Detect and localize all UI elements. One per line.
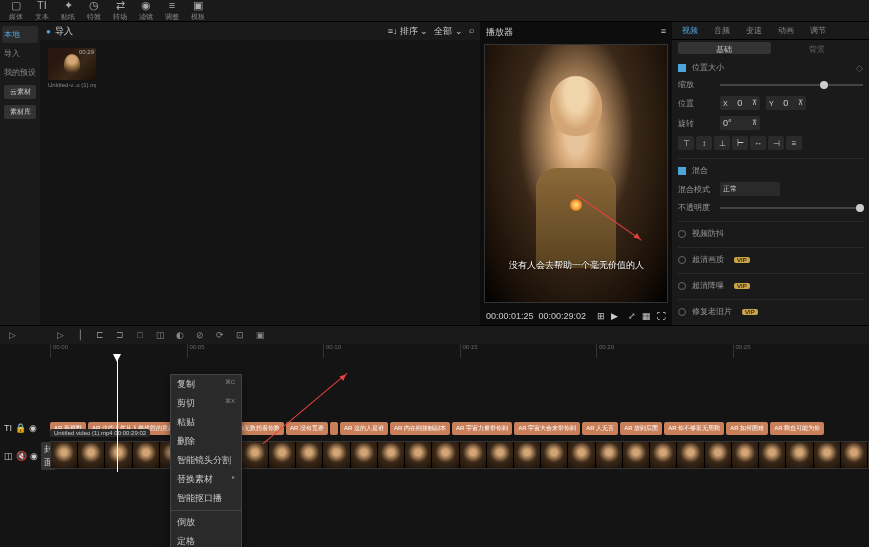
subtitle-clip[interactable] — [330, 422, 338, 435]
sidebar-item-1[interactable]: 导入 — [2, 45, 38, 62]
filter-control[interactable]: 全部 ⌄ — [434, 25, 463, 38]
eye-icon[interactable]: ◉ — [30, 451, 38, 461]
ctx-替换素材[interactable]: 替换素材▸ — [171, 470, 241, 489]
reset-icon[interactable]: ◇ — [856, 63, 863, 73]
subtab-basic[interactable]: 基础 — [678, 42, 771, 54]
subtitle-clip[interactable]: AR 放到后面 — [620, 422, 662, 435]
playhead[interactable] — [117, 358, 118, 472]
ruler-mark: 00:25 — [733, 344, 870, 358]
tl-tool[interactable]: □ — [134, 329, 146, 341]
sidebar-item-3[interactable]: 云素材 — [4, 85, 36, 99]
video-frame — [514, 442, 541, 468]
sidebar-item-0[interactable]: 本地 — [2, 26, 38, 43]
section-toggle[interactable] — [678, 282, 686, 290]
tl-tool[interactable]: ⊏ — [94, 329, 106, 341]
subtitle-clip[interactable]: AR 如何困难 — [726, 422, 768, 435]
opacity-slider[interactable] — [720, 207, 863, 209]
tl-tool[interactable]: ◫ — [154, 329, 166, 341]
video-frame — [814, 442, 841, 468]
tool-调整[interactable]: ≡调整 — [160, 0, 184, 23]
ctx-复制[interactable]: 复制⌘C — [171, 375, 241, 394]
align-btn[interactable]: ⊥ — [714, 136, 730, 150]
tool-特效[interactable]: ◷特效 — [82, 0, 106, 23]
tl-tool[interactable]: ⊘ — [194, 329, 206, 341]
subtitle-clip[interactable]: AR 人无言 — [582, 422, 618, 435]
rotate-input[interactable]: 0° ⊼ — [720, 116, 760, 130]
pos-x-input[interactable]: X 0 ⊼ — [720, 96, 760, 110]
ctx-剪切[interactable]: 剪切⌘X — [171, 394, 241, 413]
eye-icon[interactable]: ◉ — [29, 423, 37, 433]
tool-贴纸[interactable]: ✦贴纸 — [56, 0, 80, 23]
align-btn[interactable]: ↔ — [750, 136, 766, 150]
align-btn[interactable]: ⊣ — [768, 136, 784, 150]
ctx-粘贴[interactable]: 粘贴 — [171, 413, 241, 432]
compare-icon[interactable]: ⤢ — [628, 311, 636, 321]
ctx-倒放: 倒放 — [171, 513, 241, 532]
play-icon[interactable]: ▶ — [611, 311, 618, 321]
prop-tab-1[interactable]: 音频 — [710, 23, 734, 38]
blend-label: 混合 — [692, 165, 728, 176]
subtitle-clip[interactable]: AR 宇宙力量带你到 — [452, 422, 512, 435]
subtab-bg[interactable]: 背景 — [771, 42, 864, 54]
prop-tab-2[interactable]: 变速 — [742, 23, 766, 38]
tool-模板[interactable]: ▣模板 — [186, 0, 210, 23]
align-btn[interactable]: ↕ — [696, 136, 712, 150]
video-frame — [677, 442, 704, 468]
tool-转场[interactable]: ⇄转场 — [108, 0, 132, 23]
subtitle-clip[interactable]: AR 我也可能为你 — [770, 422, 824, 435]
search-icon[interactable]: ⌕ — [469, 25, 474, 38]
lock-icon[interactable]: 🔒 — [15, 423, 26, 433]
tool-媒体[interactable]: ▢媒体 — [4, 0, 28, 23]
section-toggle[interactable] — [678, 308, 686, 316]
preview-panel: 播放器≡ 没有人会去帮助一个毫无价值的人 00:00:01:25 00:00:2… — [480, 22, 672, 325]
ctx-删除[interactable]: 删除 — [171, 432, 241, 451]
subtitle-clip[interactable]: AR 这的人是谁 — [340, 422, 388, 435]
ratio-icon[interactable]: ⊞ — [597, 311, 605, 321]
align-btn[interactable]: ⊢ — [732, 136, 748, 150]
sidebar-item-4[interactable]: 素材库 — [4, 105, 36, 119]
tl-tool[interactable]: ▣ — [254, 329, 266, 341]
subtitle-clip[interactable]: AR 你不够富无用我 — [664, 422, 724, 435]
scale-slider[interactable] — [720, 84, 863, 86]
tool-滤镜[interactable]: ◉滤镜 — [134, 0, 158, 23]
align-btn[interactable]: ⊤ — [678, 136, 694, 150]
section-toggle[interactable] — [678, 256, 686, 264]
tl-tool[interactable]: ⊐ — [114, 329, 126, 341]
pos-size-check[interactable] — [678, 64, 686, 72]
preview-video[interactable]: 没有人会去帮助一个毫无价值的人 — [484, 44, 668, 303]
subtitle-clip[interactable]: AR 没有竞赛 — [286, 422, 328, 435]
video-frame — [405, 442, 432, 468]
sidebar-item-2[interactable]: 我的预设 — [2, 64, 38, 81]
mute-icon[interactable]: 🔇 — [16, 451, 27, 461]
video-frame — [541, 442, 568, 468]
pos-y-input[interactable]: Y 0 ⊼ — [766, 96, 806, 110]
prop-tab-3[interactable]: 动画 — [774, 23, 798, 38]
subtitle-clip[interactable]: AR 宇宙大会来带你到 — [514, 422, 580, 435]
blend-mode-select[interactable]: 正常 — [720, 182, 780, 196]
prop-tab-4[interactable]: 调节 — [806, 23, 830, 38]
tl-tool[interactable]: ⊡ — [234, 329, 246, 341]
video-frame — [568, 442, 595, 468]
tool-文本[interactable]: TI文本 — [30, 0, 54, 23]
align-btn[interactable]: ≡ — [786, 136, 802, 150]
section-toggle[interactable] — [678, 230, 686, 238]
preview-menu-icon[interactable]: ≡ — [661, 26, 666, 36]
prop-tab-0[interactable]: 视频 — [678, 23, 702, 38]
import-button[interactable]: 导入 — [46, 25, 73, 38]
blend-check[interactable] — [678, 167, 686, 175]
fullscreen-icon[interactable]: ⛶ — [657, 311, 666, 321]
ctx-智能镜头分割[interactable]: 智能镜头分割 — [171, 451, 241, 470]
grid-icon[interactable]: ▦ — [642, 311, 651, 321]
timeline-ruler[interactable]: 00:0000:0500:1000:1500:2000:25 — [0, 344, 869, 358]
section-label: 超清画质 — [692, 254, 724, 265]
subtitle-clip[interactable]: AR 内在刚接触副本 — [390, 422, 450, 435]
ctx-智能抠口播[interactable]: 智能抠口播 — [171, 489, 241, 508]
tl-tool[interactable]: ⟳ — [214, 329, 226, 341]
tl-cursor[interactable]: ▷ — [6, 329, 18, 341]
sort-control[interactable]: ≡↓ 排序 ⌄ — [388, 25, 429, 38]
tl-tool[interactable]: ⎮ — [74, 329, 86, 341]
tl-tool[interactable]: ▷ — [54, 329, 66, 341]
tl-tool[interactable]: ◐ — [174, 329, 186, 341]
video-frame — [460, 442, 487, 468]
media-clip[interactable]: 00:29 Untitled-v..o (1).mp4 — [48, 48, 96, 88]
